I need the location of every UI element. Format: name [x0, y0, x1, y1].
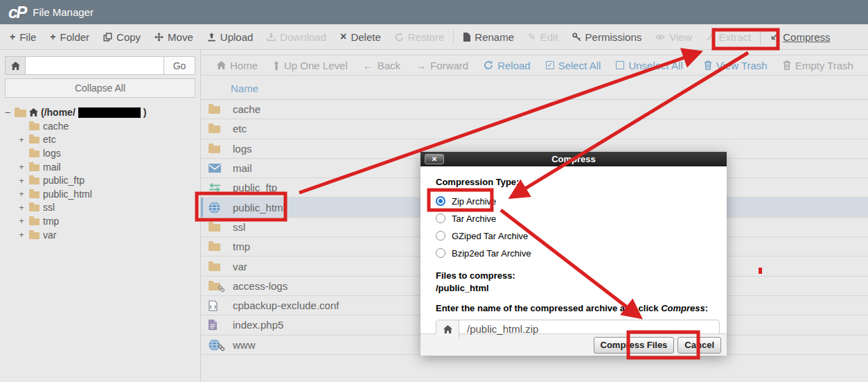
- close-icon[interactable]: ✕: [425, 154, 444, 164]
- view-trash-button[interactable]: View Trash: [696, 60, 775, 71]
- file-list-header: Name: [201, 78, 868, 100]
- reload-icon: [484, 60, 493, 70]
- folder-icon: [29, 218, 39, 225]
- extract-button[interactable]: Extract: [699, 24, 759, 49]
- copy-button[interactable]: Copy: [96, 24, 148, 49]
- root-path-suffix: ): [143, 107, 147, 118]
- home-icon: [217, 61, 226, 69]
- forward-button[interactable]: → Forward: [408, 60, 476, 71]
- archive-name-prompt: Enter the name of the compressed archive…: [436, 303, 716, 313]
- compress-files-button[interactable]: Compress Files: [594, 337, 675, 354]
- folder-icon: [29, 232, 39, 239]
- rename-button[interactable]: Rename: [456, 24, 521, 49]
- radio-tar-archive[interactable]: Tar Archive: [436, 213, 716, 224]
- radio-zip-archive[interactable]: Zip Archive: [436, 196, 716, 207]
- open-folder-icon: [15, 110, 26, 117]
- home-nav-button[interactable]: Home: [209, 60, 265, 71]
- tree-item-var[interactable]: +var: [5, 228, 195, 242]
- checked-checkbox-icon: ✓: [546, 61, 554, 69]
- file-row-cache[interactable]: cache: [201, 100, 868, 119]
- radio-icon[interactable]: [436, 214, 445, 223]
- plus-icon: +: [50, 32, 55, 42]
- dialog-title: Compress: [551, 154, 596, 164]
- tree-item-public_html[interactable]: +public_html: [5, 187, 195, 201]
- radio-selected-icon[interactable]: [436, 196, 445, 206]
- archive-name-group: [436, 320, 720, 338]
- back-button[interactable]: ← Back: [355, 60, 408, 71]
- compress-button[interactable]: Compress: [763, 24, 837, 49]
- upload-button[interactable]: Upload: [200, 24, 260, 49]
- collapse-all-button[interactable]: Collapse All: [5, 78, 195, 98]
- folder-button[interactable]: + Folder: [43, 24, 96, 49]
- arrow-right-icon: →: [416, 60, 426, 71]
- file-icon: [463, 33, 470, 42]
- collapse-expander[interactable]: −: [5, 107, 12, 118]
- home-icon: [436, 320, 459, 338]
- permissions-button[interactable]: Permissions: [565, 24, 649, 49]
- folder-link-icon: [209, 280, 222, 292]
- move-icon: [154, 33, 163, 42]
- tree-item-ssl[interactable]: +ssl: [5, 201, 195, 215]
- tree-item-tmp[interactable]: +tmp: [5, 214, 195, 228]
- download-icon: [267, 33, 276, 42]
- app-header: cP File Manager: [0, 0, 868, 24]
- folder-icon: [209, 221, 222, 233]
- home-path-button[interactable]: [5, 56, 26, 75]
- home-icon: [11, 62, 20, 70]
- arrow-left-icon: ←: [363, 60, 373, 71]
- folder-icon: [209, 103, 222, 115]
- view-button[interactable]: View: [648, 24, 698, 49]
- folder-icon: [29, 123, 39, 130]
- select-all-button[interactable]: ✓ Select All: [538, 60, 609, 71]
- unselect-all-button[interactable]: Unselect All: [608, 60, 690, 71]
- download-button[interactable]: Download: [260, 24, 333, 49]
- name-column-header[interactable]: Name: [231, 83, 258, 94]
- folder-icon: [209, 241, 222, 252]
- code-file-icon: [209, 299, 222, 311]
- folder-icon: [29, 191, 39, 198]
- folder-icon: [29, 150, 39, 157]
- file-button[interactable]: + File: [3, 24, 43, 49]
- move-button[interactable]: Move: [148, 24, 200, 49]
- eye-icon: [655, 33, 665, 41]
- tree-item-mail[interactable]: +mail: [5, 160, 195, 174]
- edit-button[interactable]: ✎ Edit: [521, 24, 565, 49]
- archive-name-input[interactable]: [459, 320, 719, 338]
- directory-tree: − (/home/) cache +etc logs +mail +public…: [5, 105, 195, 241]
- reload-button[interactable]: Reload: [476, 60, 538, 71]
- files-to-compress-label: Files to compress:: [436, 270, 716, 282]
- arrow-up-icon: [273, 61, 280, 70]
- go-button[interactable]: Go: [164, 56, 195, 75]
- tree-item-public_ftp[interactable]: +public_ftp: [5, 173, 195, 187]
- empty-trash-button[interactable]: Empty Trash: [775, 60, 861, 71]
- restore-icon: [395, 33, 404, 42]
- radio-bzip2ed-tar-archive[interactable]: Bzip2ed Tar Archive: [436, 248, 716, 259]
- folder-icon: [29, 205, 39, 211]
- radio-icon[interactable]: [436, 231, 445, 241]
- key-icon: [572, 33, 581, 42]
- radio-icon[interactable]: [436, 248, 445, 258]
- unchecked-checkbox-icon: [616, 61, 624, 69]
- tree-root-home[interactable]: − (/home/): [5, 105, 195, 119]
- tree-item-cache[interactable]: cache: [5, 119, 195, 133]
- main-toolbar: + File + Folder Copy Move Upload Downloa…: [0, 24, 868, 50]
- radio-gziped-tar-archive[interactable]: GZiped Tar Archive: [436, 230, 716, 241]
- compress-icon: [770, 33, 779, 42]
- restore-button[interactable]: Restore: [388, 24, 452, 49]
- up-one-level-button[interactable]: Up One Level: [265, 60, 355, 71]
- redacted-username: [78, 107, 141, 118]
- file-row-etc[interactable]: etc: [201, 119, 868, 139]
- compression-type-label: Compression Type:: [436, 177, 716, 187]
- compress-dialog: ✕ Compress Compression Type: Zip Archive…: [420, 152, 727, 356]
- dialog-body: Compression Type: Zip Archive Tar Archiv…: [420, 166, 727, 333]
- home-icon: [29, 108, 38, 116]
- folder-icon: [209, 143, 222, 155]
- cancel-button[interactable]: Cancel: [677, 337, 721, 354]
- tree-item-logs[interactable]: logs: [5, 146, 195, 160]
- trash-icon: [783, 60, 791, 70]
- pencil-icon: ✎: [528, 32, 536, 42]
- tree-item-etc[interactable]: +etc: [5, 133, 195, 147]
- path-search-input[interactable]: [26, 56, 164, 75]
- upload-icon: [207, 33, 216, 42]
- delete-button[interactable]: × Delete: [333, 24, 388, 49]
